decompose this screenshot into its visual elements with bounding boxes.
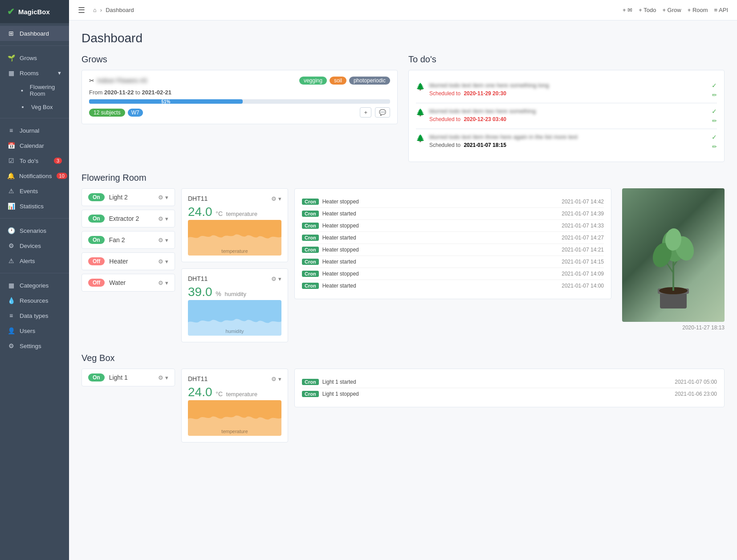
todo-check-1[interactable]: ✓ [712, 82, 717, 89]
veg-event-desc-1: Light 1 started [322, 379, 672, 385]
sensor-temp-gear[interactable]: ⚙ ▾ [271, 195, 281, 202]
grow-add-button[interactable]: + [360, 107, 371, 118]
device-extractor2: On Extractor 2 ⚙ ▾ [81, 210, 175, 227]
humidity-chart: humidity [188, 300, 281, 336]
sensor-humidity-gear[interactable]: ⚙ ▾ [271, 276, 281, 282]
todo-plant-icon-2: 🌲 [416, 108, 425, 117]
todo-text-2: blurred todo text item two here somethin… [429, 108, 707, 114]
device-water: Off Water ⚙ ▾ [81, 274, 175, 292]
scenarios-icon: 🕐 [7, 227, 15, 234]
light1-name: Light 1 [109, 374, 154, 381]
extractor2-name: Extractor 2 [109, 215, 154, 222]
sidebar-item-alerts[interactable]: ⚠ Alerts [0, 253, 69, 268]
sidebar-item-notifications[interactable]: 🔔 Notifications 10 [0, 168, 69, 183]
categories-icon: ▦ [7, 282, 15, 289]
heater-gear[interactable]: ⚙ ▾ [158, 258, 168, 265]
extractor2-gear[interactable]: ⚙ ▾ [158, 215, 168, 222]
sidebar-item-dashboard[interactable]: ⊞ Dashboard [0, 26, 69, 41]
veg-temp-chart-label: temperature [221, 429, 248, 434]
topbar-add-grow[interactable]: + Grow [662, 7, 681, 13]
sidebar-item-grows[interactable]: 🌱 Grows [0, 50, 69, 65]
events-icon: ⚠ [7, 187, 15, 195]
home-icon[interactable]: ⌂ [93, 7, 97, 13]
sensor-humidity-label: humidity [225, 291, 246, 297]
grow-progress-fill: 51% [89, 99, 243, 104]
sidebar-logo[interactable]: ✔ MagicBox [0, 0, 69, 23]
event-row-3: Cron Heater stopped 2021-01-07 14:33 [302, 220, 604, 232]
event-desc-3: Heater stopped [322, 223, 558, 229]
sensor-temp-label: temperature [226, 211, 257, 217]
sidebar-item-scenarios[interactable]: 🕐 Scenarios [0, 223, 69, 238]
temp-chart-label: temperature [221, 248, 248, 254]
flowering-room-title: Flowering Room [81, 173, 725, 183]
sidebar-item-devices[interactable]: ⚙ Devices [0, 238, 69, 253]
sidebar-label-scenarios: Scenarios [20, 227, 46, 234]
plant-photo-inner [622, 188, 725, 322]
veg-sensor-temp-unit: °C [216, 390, 223, 398]
light2-gear[interactable]: ⚙ ▾ [158, 194, 168, 201]
sidebar-item-users[interactable]: 👤 Users [0, 323, 69, 338]
event-desc-2: Heater started [322, 211, 558, 217]
sidebar-item-categories[interactable]: ▦ Categories [0, 278, 69, 293]
water-status: Off [88, 279, 105, 287]
devices-icon: ⚙ [7, 242, 15, 249]
sensor-temp-unit: °C [216, 210, 223, 217]
notifications-badge: 10 [57, 173, 67, 179]
sidebar-label-users: Users [20, 328, 35, 334]
sidebar-item-journal[interactable]: ≡ Journal [0, 123, 69, 138]
veg-sensor-temp-gear[interactable]: ⚙ ▾ [271, 376, 281, 382]
event-row-7: Cron Heater stopped 2021-01-07 14:09 [302, 268, 604, 280]
todo-check-2[interactable]: ✓ [712, 108, 717, 115]
veg-box-sensors: DHT11 ⚙ ▾ 24.0 °C temperature temperatur… [181, 369, 288, 442]
topbar-add-todo[interactable]: + Todo [639, 7, 656, 13]
event-badge-4: Cron [302, 235, 319, 241]
fan2-gear[interactable]: ⚙ ▾ [158, 237, 168, 243]
sidebar-item-statistics[interactable]: 📊 Statistics [0, 199, 69, 214]
sidebar-item-resources[interactable]: 💧 Resources [0, 293, 69, 308]
sensor-humidity-unit: % [216, 290, 221, 297]
water-gear[interactable]: ⚙ ▾ [158, 280, 168, 286]
todo-check-3[interactable]: ✓ [712, 134, 717, 141]
grow-comment-button[interactable]: 💬 [375, 107, 390, 118]
grow-subjects-badge: 12 subjects [89, 109, 125, 117]
topbar-add-room[interactable]: + Room [688, 7, 708, 13]
todo-edit-1[interactable]: ✏ [712, 92, 717, 98]
photo-timestamp: 2020-11-27 18:13 [682, 325, 725, 331]
sensor-humidity-card: DHT11 ⚙ ▾ 39.0 % humidity humidity [181, 268, 288, 342]
sidebar-item-veg-box[interactable]: ▪ Veg Box [14, 100, 69, 114]
todo-scheduled-3: Scheduled to 2021-01-07 18:15 [429, 142, 707, 148]
veg-sensor-temp-label: temperature [226, 391, 257, 398]
device-heater: Off Heater ⚙ ▾ [81, 252, 175, 270]
sidebar-item-calendar[interactable]: 📅 Calendar [0, 138, 69, 153]
event-time-1: 2021-01-07 14:42 [562, 199, 604, 205]
grow-week-badge: W7 [128, 109, 143, 117]
breadcrumb-page: Dashboard [106, 7, 134, 13]
veg-box-section: Veg Box On Light 1 ⚙ ▾ DHT11 ⚙ ▾ [81, 353, 725, 442]
sidebar-item-flowering-room[interactable]: ▪ Flowering Room [14, 81, 69, 100]
todo-scheduled-1: Scheduled to 2020-11-29 20:30 [429, 90, 707, 97]
event-desc-1: Heater stopped [322, 199, 558, 205]
data-types-icon: ≡ [7, 312, 15, 319]
sidebar-item-data-types[interactable]: ≡ Data types [0, 308, 69, 323]
todo-plant-icon-1: 🌲 [416, 82, 425, 91]
sidebar-item-events[interactable]: ⚠ Events [0, 183, 69, 199]
topbar-api[interactable]: ≡ API [714, 7, 728, 13]
sidebar-item-rooms[interactable]: ▦ Rooms ▼ [0, 65, 69, 81]
sidebar-label-settings: Settings [20, 343, 41, 349]
page-title: Dashboard [81, 31, 725, 45]
todo-text-1: blurred todo text item one here somethin… [429, 82, 707, 89]
dashboard-icon: ⊞ [7, 30, 15, 37]
device-light1: On Light 1 ⚙ ▾ [81, 369, 175, 386]
light1-gear[interactable]: ⚙ ▾ [158, 374, 168, 381]
topbar-add-message[interactable]: + ✉ [623, 7, 632, 13]
veg-box-title: Veg Box [81, 353, 725, 363]
todo-edit-3[interactable]: ✏ [712, 143, 717, 150]
sidebar-item-settings[interactable]: ⚙ Settings [0, 338, 69, 353]
sidebar-item-todos[interactable]: ☑ To do's 3 [0, 153, 69, 168]
todo-scheduled-2: Scheduled to 2020-12-23 03:40 [429, 116, 707, 122]
hamburger-menu[interactable]: ☰ [78, 5, 85, 15]
veg-box-icon: ▪ [19, 103, 27, 110]
event-desc-6: Heater started [322, 259, 558, 265]
sidebar-label-flowering-room: Flowering Room [30, 84, 65, 97]
todo-edit-2[interactable]: ✏ [712, 118, 717, 124]
